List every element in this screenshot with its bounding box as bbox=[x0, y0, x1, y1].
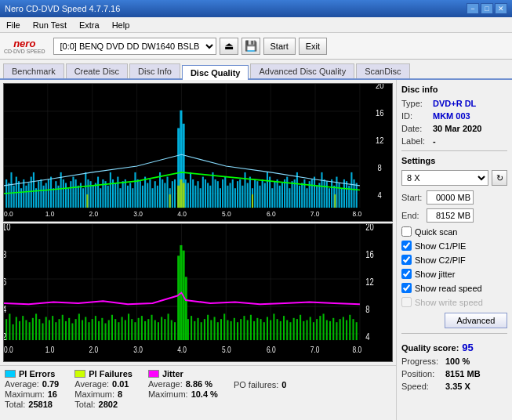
svg-rect-73 bbox=[147, 183, 148, 208]
svg-rect-110 bbox=[247, 183, 249, 208]
svg-rect-146 bbox=[336, 177, 337, 208]
svg-rect-94 bbox=[207, 183, 209, 208]
svg-rect-122 bbox=[277, 179, 278, 208]
svg-rect-20 bbox=[23, 179, 24, 208]
menu-extra[interactable]: Extra bbox=[76, 20, 103, 31]
drive-select[interactable]: [0:0] BENQ DVD DD DW1640 BSLB bbox=[53, 38, 216, 55]
menu-help[interactable]: Help bbox=[109, 20, 133, 31]
pi-errors-group: PI Errors Average: 0.79 Maximum: 16 Tota… bbox=[5, 369, 59, 417]
svg-rect-193 bbox=[19, 321, 20, 340]
svg-rect-16 bbox=[13, 186, 15, 208]
svg-rect-205 bbox=[185, 277, 187, 340]
quick-scan-checkbox[interactable] bbox=[401, 226, 412, 237]
show-read-speed-label: Show read speed bbox=[415, 284, 482, 293]
show-jitter-row: Show jitter bbox=[401, 269, 507, 279]
quality-score-value: 95 bbox=[462, 342, 473, 353]
show-c1pie-label: Show C1/PIE bbox=[415, 241, 466, 251]
svg-rect-92 bbox=[202, 177, 204, 208]
divider-1 bbox=[401, 150, 507, 151]
tab-scan-disc[interactable]: ScanDisc bbox=[356, 63, 409, 78]
svg-rect-274 bbox=[283, 316, 285, 340]
start-row: Start: bbox=[401, 190, 507, 205]
show-read-speed-checkbox[interactable] bbox=[401, 283, 412, 293]
svg-rect-37 bbox=[65, 183, 67, 208]
end-label: End: bbox=[401, 211, 423, 220]
tab-disc-quality[interactable]: Disc Quality bbox=[182, 65, 249, 80]
show-c1pie-checkbox[interactable] bbox=[401, 241, 412, 251]
svg-rect-75 bbox=[152, 188, 154, 208]
disc-info-title: Disc info bbox=[401, 85, 507, 94]
svg-rect-74 bbox=[149, 179, 151, 208]
svg-rect-290 bbox=[336, 322, 337, 340]
svg-rect-91 bbox=[200, 188, 202, 208]
svg-rect-206 bbox=[49, 320, 50, 341]
svg-rect-81 bbox=[166, 177, 168, 208]
svg-rect-79 bbox=[162, 179, 163, 208]
tab-create-disc[interactable]: Create Disc bbox=[66, 63, 128, 78]
svg-rect-228 bbox=[122, 317, 123, 340]
po-failures-group: PO failures: 0 bbox=[234, 369, 287, 417]
svg-rect-243 bbox=[171, 320, 172, 341]
svg-rect-277 bbox=[293, 318, 295, 340]
show-write-speed-label: Show write speed bbox=[415, 298, 483, 307]
svg-rect-197 bbox=[32, 318, 34, 340]
tab-disc-info[interactable]: Disc Info bbox=[129, 63, 180, 78]
show-read-speed-row: Show read speed bbox=[401, 283, 507, 293]
menu-run-test[interactable]: Run Test bbox=[30, 20, 70, 31]
svg-rect-60 bbox=[122, 181, 124, 208]
svg-rect-126 bbox=[286, 177, 288, 208]
close-button[interactable]: ✕ bbox=[495, 3, 507, 14]
svg-rect-161 bbox=[334, 194, 336, 208]
position-label: Position: bbox=[401, 369, 442, 378]
svg-rect-99 bbox=[220, 188, 221, 208]
end-input[interactable] bbox=[427, 208, 474, 223]
po-failures-value: 0 bbox=[281, 380, 286, 389]
svg-rect-200 bbox=[42, 324, 43, 341]
speed-select[interactable]: 8 X bbox=[401, 170, 488, 186]
svg-rect-270 bbox=[270, 320, 271, 341]
svg-rect-93 bbox=[205, 179, 206, 208]
show-c1pie-row: Show C1/PIE bbox=[401, 241, 507, 251]
jitter-legend-color bbox=[148, 370, 159, 378]
svg-text:6.0: 6.0 bbox=[267, 345, 276, 354]
svg-rect-18 bbox=[18, 181, 20, 208]
pi-failures-label: PI Failures bbox=[89, 369, 133, 378]
svg-rect-257 bbox=[227, 320, 228, 341]
tab-benchmark[interactable]: Benchmark bbox=[3, 63, 64, 78]
advanced-button[interactable]: Advanced bbox=[445, 313, 507, 328]
show-c2pif-checkbox[interactable] bbox=[401, 255, 412, 265]
refresh-button[interactable]: ↻ bbox=[492, 170, 507, 186]
start-button[interactable]: Start bbox=[263, 38, 296, 55]
pi-failures-avg-value: 0.01 bbox=[112, 379, 129, 389]
svg-rect-244 bbox=[174, 322, 176, 340]
jitter-group: Jitter Average: 8.86 % Maximum: 10.4 % bbox=[148, 369, 218, 417]
pi-errors-avg-value: 0.79 bbox=[42, 379, 59, 389]
pi-failures-avg-label: Average: bbox=[74, 379, 109, 389]
svg-rect-225 bbox=[111, 315, 113, 340]
svg-rect-49 bbox=[95, 183, 96, 208]
menu-file[interactable]: File bbox=[3, 20, 24, 31]
svg-rect-108 bbox=[241, 186, 243, 208]
save-button[interactable]: 💾 bbox=[241, 38, 260, 55]
svg-rect-48 bbox=[93, 186, 94, 208]
eject-button[interactable]: ⏏ bbox=[220, 38, 238, 55]
svg-rect-281 bbox=[306, 320, 307, 341]
disc-type-row: Type: DVD+R DL bbox=[401, 99, 507, 108]
exit-button[interactable]: Exit bbox=[299, 38, 327, 55]
tab-advanced-disc-quality[interactable]: Advanced Disc Quality bbox=[250, 63, 354, 78]
svg-rect-102 bbox=[227, 186, 228, 208]
svg-rect-241 bbox=[164, 319, 165, 340]
svg-rect-127 bbox=[289, 188, 290, 208]
svg-rect-286 bbox=[323, 313, 325, 340]
maximize-button[interactable]: □ bbox=[481, 3, 493, 14]
app-title: Nero CD-DVD Speed 4.7.7.16 bbox=[5, 4, 120, 13]
svg-rect-50 bbox=[97, 177, 99, 208]
disc-label-row: Label: - bbox=[401, 136, 507, 146]
svg-rect-103 bbox=[230, 183, 231, 208]
svg-rect-100 bbox=[222, 179, 223, 208]
stats-bar: PI Errors Average: 0.79 Maximum: 16 Tota… bbox=[0, 365, 396, 420]
start-input[interactable] bbox=[427, 190, 474, 205]
show-jitter-checkbox[interactable] bbox=[401, 269, 412, 279]
minimize-button[interactable]: − bbox=[467, 3, 479, 14]
svg-text:4: 4 bbox=[4, 304, 6, 314]
